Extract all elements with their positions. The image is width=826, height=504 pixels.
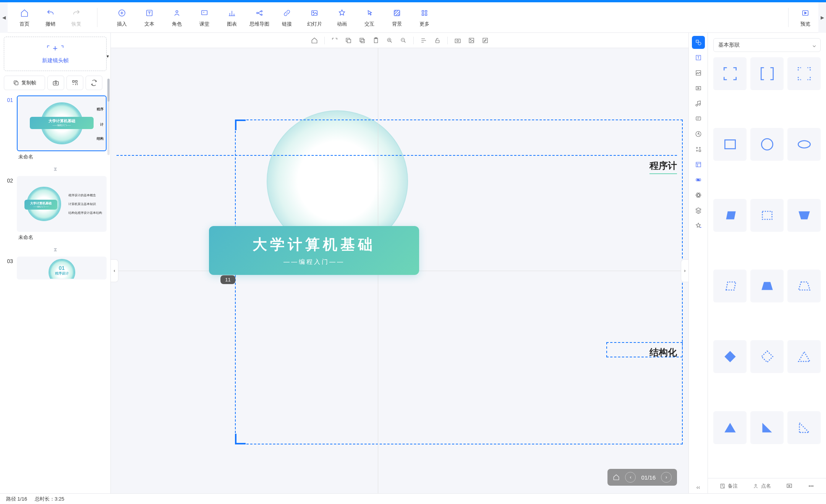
shape-ellipse[interactable] — [787, 128, 821, 161]
shape-trapezoid-inv[interactable] — [787, 199, 821, 232]
img-icon — [468, 37, 475, 44]
slide-item-3[interactable]: 03 01 程序设计 — [4, 257, 107, 279]
background-button[interactable]: 背景 — [384, 4, 410, 31]
shape-diamond-dashed[interactable] — [750, 340, 784, 373]
footer-more-button[interactable] — [808, 483, 815, 489]
shape-rectangle[interactable] — [713, 128, 747, 161]
toolbar-scroll-right[interactable]: ▶ — [818, 2, 826, 33]
interaction-button[interactable]: 交互 — [356, 4, 382, 31]
undo-button[interactable]: 撤销 — [37, 4, 63, 31]
canvas-label-2[interactable]: 结构化 — [649, 346, 677, 359]
plus-circle-icon — [118, 8, 126, 18]
nav-next-button[interactable]: › — [661, 472, 672, 483]
btn-icon: Btn — [695, 176, 702, 183]
canvas-copy-button[interactable] — [342, 34, 355, 47]
mindmap-button[interactable]: 思维导图 — [246, 4, 272, 31]
shape-triangle-dashed[interactable] — [787, 340, 821, 373]
tool-text[interactable] — [692, 51, 705, 64]
camera-button[interactable] — [47, 76, 64, 90]
svg-point-57 — [809, 485, 810, 486]
collapse-left-panel[interactable]: ‹ — [111, 259, 118, 282]
chart-button[interactable]: 图表 — [219, 4, 245, 31]
tool-template[interactable] — [692, 158, 705, 171]
right-tools-collapse[interactable]: ‹‹ — [696, 484, 700, 490]
canvas-edit-button[interactable] — [479, 34, 491, 47]
tool-comment[interactable] — [692, 112, 705, 125]
new-frame-dropdown[interactable]: ▼ — [106, 54, 110, 58]
shape-brackets[interactable] — [750, 57, 784, 90]
tool-favorite[interactable] — [692, 219, 705, 232]
slideshow-button[interactable]: 幻灯片 — [301, 4, 327, 31]
canvas-clone-button[interactable] — [356, 34, 368, 47]
toolbar-scroll-left[interactable]: ◀ — [0, 2, 8, 33]
redo-button[interactable]: 恢复 — [63, 4, 89, 31]
shape-right-triangle-dashed[interactable] — [787, 411, 821, 444]
nav-prev-button[interactable]: ‹ — [625, 472, 636, 483]
insert-button[interactable]: 插入 — [109, 4, 135, 31]
slide-item-2[interactable]: 02 大学计算机基础——编程入门—— 程序设计的基本概念 计算机算法基本知识 结… — [4, 176, 107, 243]
shape-right-triangle[interactable] — [750, 411, 784, 444]
shape-frame-dashed[interactable] — [787, 57, 821, 90]
link-button[interactable]: 链接 — [274, 4, 300, 31]
home-icon — [20, 8, 29, 18]
tool-component[interactable] — [692, 143, 705, 156]
canvas-align-button[interactable] — [418, 34, 430, 47]
canvas-lock-button[interactable] — [431, 34, 444, 47]
notes-button[interactable]: 备注 — [719, 483, 738, 489]
shape-diamond[interactable] — [713, 340, 747, 373]
animation-button[interactable]: 动画 — [329, 4, 355, 31]
tool-video[interactable] — [692, 82, 705, 95]
sync-button[interactable] — [86, 76, 102, 90]
canvas-zoom-out-button[interactable] — [397, 34, 410, 47]
tool-shapes[interactable] — [692, 36, 705, 49]
copy-frame-button[interactable]: 复制帧 — [4, 76, 45, 90]
slide-item-1[interactable]: 01 大学计算机基础——编程入门—— 程序 计 结构 未命名 — [4, 95, 107, 163]
canvas-label-1[interactable]: 程序计 — [649, 160, 677, 174]
text-button[interactable]: 文本 — [136, 4, 162, 31]
home-button[interactable]: 首页 — [11, 4, 37, 31]
tool-formula[interactable] — [692, 128, 705, 141]
canvas-viewport[interactable]: 大学计算机基础 ——编程入门—— 11 程序计 结构化 ‹ › ‹ 01/16 … — [111, 48, 688, 493]
shape-circle[interactable] — [750, 128, 784, 161]
shape-category-select[interactable]: 基本形狀 ⌵ — [713, 38, 821, 52]
more-button[interactable]: 更多 — [411, 4, 437, 31]
canvas-title[interactable]: 大学计算机基础 — [253, 235, 376, 254]
tool-layers[interactable] — [692, 204, 705, 217]
image-icon — [695, 69, 702, 76]
classroom-button[interactable]: 课堂 — [191, 4, 217, 31]
tool-button[interactable]: Btn — [692, 173, 705, 186]
bar-chart-icon — [228, 8, 236, 18]
more-icon — [808, 483, 815, 489]
shape-triangle[interactable] — [713, 411, 747, 444]
tool-atom[interactable] — [692, 189, 705, 202]
svg-rect-11 — [425, 10, 427, 12]
canvas-zoom-in-button[interactable] — [384, 34, 396, 47]
preview-button[interactable]: 预览 — [792, 4, 818, 31]
tool-image[interactable] — [692, 66, 705, 79]
present-button[interactable] — [786, 483, 793, 489]
left-scrollbar[interactable] — [107, 79, 110, 155]
canvas-home-button[interactable] — [308, 34, 321, 47]
shape-trapezoid[interactable] — [750, 270, 784, 302]
shape-rect-dashed[interactable] — [750, 199, 784, 232]
new-frame-button[interactable]: ⌜+⌝ 新建镜头帧 — [4, 37, 107, 71]
canvas-subtitle[interactable]: ——编程入门—— — [283, 258, 345, 266]
canvas-img-button[interactable] — [465, 34, 478, 47]
shape-frame-solid[interactable] — [713, 57, 747, 90]
link-icon — [283, 8, 291, 18]
status-duration: 总时长：3:25 — [35, 496, 64, 502]
svg-rect-7 — [312, 10, 317, 15]
canvas-camera-button[interactable] — [452, 34, 464, 47]
shape-trapezoid-dashed[interactable] — [787, 270, 821, 302]
shape-parallelogram[interactable] — [713, 199, 747, 232]
image-icon — [310, 8, 319, 18]
canvas-frame-button[interactable] — [329, 34, 341, 47]
collapse-right-panel[interactable]: › — [681, 259, 688, 282]
qr-button[interactable] — [66, 76, 83, 90]
tool-audio[interactable] — [692, 97, 705, 110]
character-button[interactable]: 角色 — [164, 4, 190, 31]
nav-home-icon[interactable] — [613, 474, 620, 481]
rollcall-button[interactable]: 点名 — [753, 483, 771, 489]
canvas-paste-button[interactable] — [370, 34, 382, 47]
shape-parallelogram-dashed[interactable] — [713, 270, 747, 302]
